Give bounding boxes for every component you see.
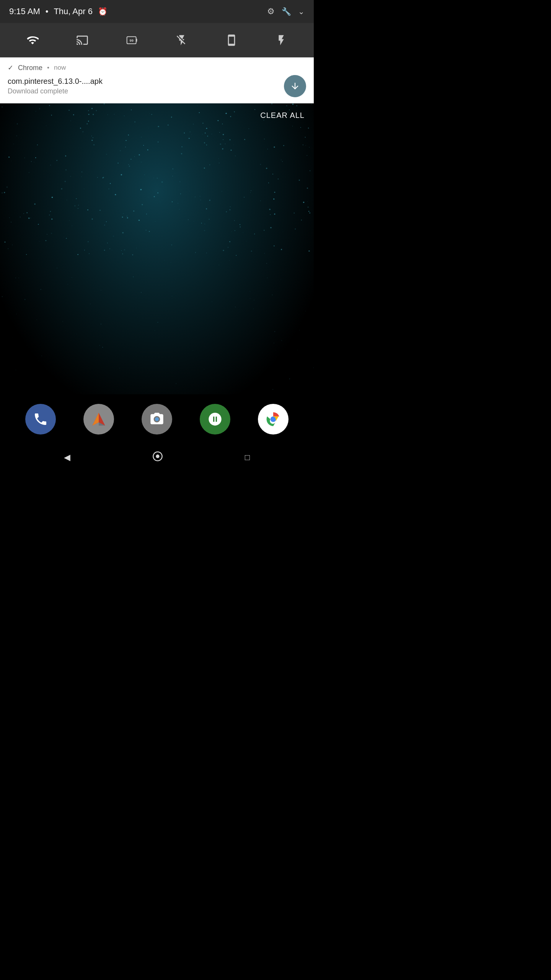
quick-settings-bar: 99 — [0, 23, 314, 57]
flash-off-toggle[interactable] — [172, 31, 191, 50]
dock-camera-icon[interactable] — [142, 404, 172, 434]
status-time: 9:15 AM — [9, 7, 40, 16]
home-button[interactable] — [152, 451, 163, 464]
svg-marker-4 — [92, 413, 99, 425]
status-left: 9:15 AM • Thu, Apr 6 ⏰ — [9, 7, 108, 16]
status-date: Thu, Apr 6 — [54, 7, 93, 16]
cast-toggle[interactable] — [73, 31, 92, 50]
dock-navigation-icon[interactable] — [83, 404, 114, 434]
status-right: ⚙ 🔧 ⌄ — [267, 7, 305, 16]
back-button[interactable]: ◀ — [64, 452, 70, 462]
status-bar: 9:15 AM • Thu, Apr 6 ⏰ ⚙ 🔧 ⌄ — [0, 0, 314, 23]
notif-app-name: Chrome — [18, 64, 42, 72]
notif-separator: • — [47, 64, 49, 72]
alarm-icon: ⏰ — [98, 7, 108, 16]
wrench-icon: 🔧 — [282, 7, 291, 16]
svg-point-11 — [156, 454, 159, 458]
notif-filename: com.pinterest_6.13.0-....apk — [8, 77, 284, 86]
svg-text:99: 99 — [129, 39, 133, 42]
flashlight-toggle[interactable] — [272, 31, 291, 50]
clear-all-button[interactable]: CLEAR ALL — [260, 111, 305, 120]
wallpaper-area: CLEAR ALL — [0, 103, 314, 394]
screenshot-toggle[interactable] — [222, 31, 241, 50]
dock-chrome-icon[interactable] — [258, 404, 289, 434]
settings-icon[interactable]: ⚙ — [267, 7, 275, 16]
wifi-toggle[interactable] — [23, 31, 42, 50]
notification-action-button[interactable] — [284, 75, 306, 97]
dock-phone-icon[interactable] — [25, 404, 56, 434]
notification-text: com.pinterest_6.13.0-....apk Download co… — [8, 77, 284, 95]
svg-rect-1 — [136, 39, 137, 42]
status-separator: • — [46, 7, 49, 16]
battery-indicator: 99 — [122, 31, 142, 50]
notif-check-icon: ✓ — [8, 64, 13, 72]
dropdown-icon[interactable]: ⌄ — [298, 7, 305, 16]
svg-point-9 — [271, 417, 276, 422]
notification-panel: ✓ Chrome • now com.pinterest_6.13.0-....… — [0, 57, 314, 103]
navigation-bar: ◀ □ — [0, 444, 314, 471]
notif-status: Download complete — [8, 87, 284, 95]
notification-header: ✓ Chrome • now — [8, 64, 306, 72]
notification-body: com.pinterest_6.13.0-....apk Download co… — [8, 75, 306, 97]
svg-point-6 — [155, 417, 159, 421]
dock-hangouts-icon[interactable] — [200, 404, 230, 434]
recents-button[interactable]: □ — [245, 452, 250, 462]
dock — [0, 394, 314, 444]
notif-time: now — [54, 64, 66, 72]
